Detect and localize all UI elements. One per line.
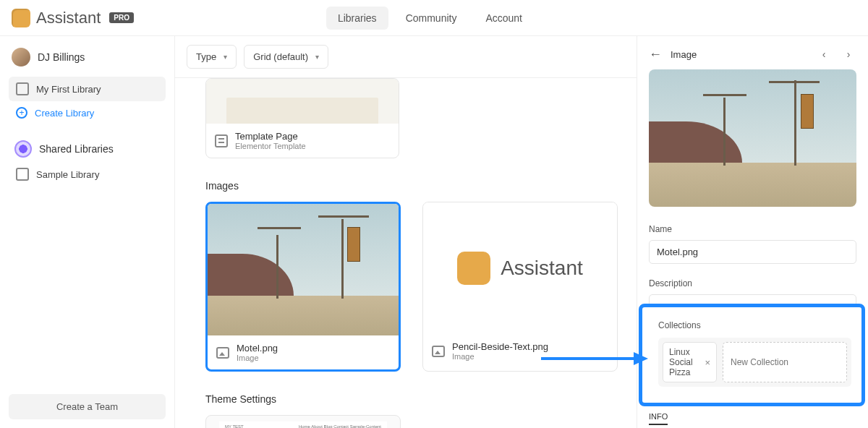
nav-community[interactable]: Community <box>394 7 469 30</box>
template-icon <box>215 134 228 147</box>
shared-libraries-heading: Shared Libraries <box>9 136 166 162</box>
template-subtitle: Elementor Template <box>235 142 306 150</box>
prev-button[interactable]: ‹ <box>816 46 832 62</box>
collections-section: Collections Linux Social Pizza × <box>639 304 865 406</box>
create-team-button[interactable]: Create a Team <box>9 394 166 419</box>
sidebar-item-label: Sample Library <box>36 169 99 180</box>
type-select[interactable]: Type ▾ <box>187 45 237 69</box>
theme-settings-card[interactable]: MY TEST Home About Blog Contact Sample-C… <box>205 415 401 428</box>
collections-label: Collections <box>658 320 851 330</box>
shared-icon <box>14 140 32 158</box>
info-tab[interactable]: INFO <box>649 412 668 425</box>
back-arrow-icon[interactable]: ← <box>649 47 662 62</box>
image-card-pencil[interactable]: Assistant Pencil-Beside-Text.png Image <box>422 202 618 372</box>
nav-account[interactable]: Account <box>474 7 534 30</box>
logo-icon <box>457 252 490 285</box>
sidebar-item-label: Create Library <box>35 108 94 119</box>
nav-libraries[interactable]: Libraries <box>326 7 388 30</box>
template-thumbnail <box>206 79 399 124</box>
template-title: Template Page <box>235 131 306 142</box>
user-name: DJ Billings <box>38 51 85 63</box>
user-row[interactable]: DJ Billings <box>9 45 166 77</box>
image-card-motel[interactable]: Motel.png Image <box>205 202 401 372</box>
chevron-down-icon: ▾ <box>315 53 319 61</box>
main-nav: Libraries Community Account <box>326 7 534 30</box>
image-thumbnail: Assistant <box>423 202 617 334</box>
image-icon <box>216 347 229 359</box>
sidebar-item-create-library[interactable]: + Create Library <box>9 101 166 124</box>
chevron-down-icon: ▾ <box>224 53 227 61</box>
sidebar: DJ Billings My First Library + Create Li… <box>0 36 175 428</box>
image-subtitle: Image <box>452 352 548 361</box>
logo-icon <box>12 9 30 27</box>
next-button[interactable]: › <box>841 46 856 62</box>
callout-arrow <box>541 355 642 362</box>
assistant-logo-text: Assistant <box>501 257 583 280</box>
detail-preview <box>649 69 856 207</box>
library-icon <box>16 82 29 95</box>
theme-settings-heading: Theme Settings <box>205 393 619 405</box>
sort-select[interactable]: Grid (default) ▾ <box>244 45 328 69</box>
images-heading: Images <box>205 180 619 192</box>
theme-menu: Home About Blog Contact Sample-Content <box>299 424 381 428</box>
image-icon <box>432 346 445 357</box>
name-input[interactable] <box>649 240 856 264</box>
library-icon <box>16 168 29 181</box>
image-thumbnail <box>208 204 399 335</box>
sidebar-item-label: My First Library <box>36 84 101 95</box>
collection-chip[interactable]: Linux Social Pizza × <box>663 342 717 382</box>
pro-badge: PRO <box>109 12 134 23</box>
image-title: Pencil-Beside-Text.png <box>452 341 548 352</box>
description-label: Description <box>649 278 856 288</box>
detail-title: Image <box>671 49 807 60</box>
sidebar-item-sample-library[interactable]: Sample Library <box>9 162 166 187</box>
template-card[interactable]: Template Page Elementor Template <box>205 78 399 158</box>
collection-chip-label: Linux Social Pizza <box>669 347 700 377</box>
logo[interactable]: Assistant PRO <box>12 9 134 27</box>
sidebar-item-my-first-library[interactable]: My First Library <box>9 77 166 101</box>
avatar <box>12 48 30 67</box>
new-collection-input[interactable] <box>723 342 847 382</box>
theme-site-title: MY TEST <box>225 424 244 428</box>
name-label: Name <box>649 224 856 234</box>
filter-bar: Type ▾ Grid (default) ▾ <box>175 36 637 78</box>
detail-panel: ← Image ‹ › Name Description <box>637 36 868 428</box>
plus-icon: + <box>16 107 27 119</box>
logo-text: Assistant <box>36 9 101 27</box>
image-title: Motel.png <box>237 343 278 354</box>
image-subtitle: Image <box>237 354 278 362</box>
remove-chip-icon[interactable]: × <box>705 357 710 368</box>
